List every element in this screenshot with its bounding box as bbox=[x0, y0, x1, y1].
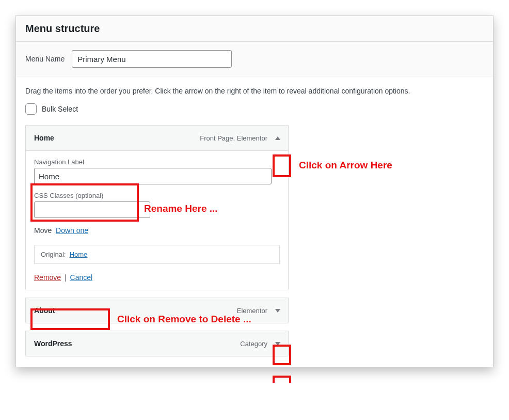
annotation-text-remove: Click on Remove to Delete ... bbox=[117, 314, 251, 325]
original-link[interactable]: Home bbox=[70, 251, 88, 258]
menu-item-settings-home: Navigation Label CSS Classes (optional) … bbox=[25, 151, 289, 290]
original-box: Original: Home bbox=[34, 245, 280, 264]
menu-item-bar-home[interactable]: Home Front Page, Elementor bbox=[25, 125, 289, 151]
bulk-select-label: Bulk Select bbox=[42, 105, 78, 113]
css-classes-label: CSS Classes (optional) bbox=[34, 192, 280, 199]
menu-item-title: WordPress bbox=[34, 339, 72, 348]
css-classes-input[interactable] bbox=[34, 201, 150, 218]
menu-item-title: About bbox=[34, 306, 55, 315]
menu-item-right: Category bbox=[240, 337, 284, 350]
annotation-text-arrow: Click on Arrow Here bbox=[299, 160, 392, 171]
menu-name-label: Menu Name bbox=[25, 55, 65, 63]
bulk-select-checkbox[interactable] bbox=[25, 103, 37, 115]
expand-button[interactable] bbox=[272, 337, 284, 350]
nav-label-label: Navigation Label bbox=[34, 158, 280, 166]
menu-item-right: Front Page, Elementor bbox=[200, 132, 284, 144]
item-actions-row: Remove | Cancel bbox=[34, 273, 280, 282]
expand-button[interactable] bbox=[272, 304, 284, 317]
menu-item-type: Front Page, Elementor bbox=[200, 134, 267, 142]
cancel-link[interactable]: Cancel bbox=[70, 273, 93, 282]
nav-label-input[interactable] bbox=[34, 168, 272, 184]
menu-name-input[interactable] bbox=[72, 50, 232, 68]
instructions-text: Drag the items into the order you prefer… bbox=[16, 76, 493, 103]
menu-structure-panel: Menu structure Menu Name Drag the items … bbox=[15, 15, 494, 367]
bulk-select-row: Bulk Select bbox=[16, 103, 493, 125]
chevron-up-icon bbox=[275, 136, 280, 140]
collapse-button[interactable] bbox=[272, 132, 284, 144]
annotation-box-wordpress-arrow bbox=[273, 376, 291, 383]
menu-item-type: Category bbox=[240, 340, 267, 348]
panel-title: Menu structure bbox=[25, 23, 484, 35]
original-label: Original: bbox=[41, 251, 66, 258]
move-row: Move Down one bbox=[34, 226, 280, 235]
chevron-down-icon bbox=[275, 342, 280, 346]
annotation-text-rename: Rename Here ... bbox=[144, 203, 218, 214]
move-label: Move bbox=[34, 226, 52, 235]
divider: | bbox=[65, 273, 67, 282]
panel-header: Menu structure bbox=[16, 16, 493, 42]
move-down-one-link[interactable]: Down one bbox=[56, 226, 88, 235]
menu-item-title: Home bbox=[34, 134, 54, 142]
remove-link[interactable]: Remove bbox=[34, 273, 61, 282]
menu-item-bar-wordpress[interactable]: WordPress Category bbox=[25, 331, 289, 356]
menu-name-row: Menu Name bbox=[16, 42, 493, 76]
menu-items-area: Home Front Page, Elementor Navigation La… bbox=[16, 125, 493, 367]
chevron-down-icon bbox=[275, 309, 280, 313]
